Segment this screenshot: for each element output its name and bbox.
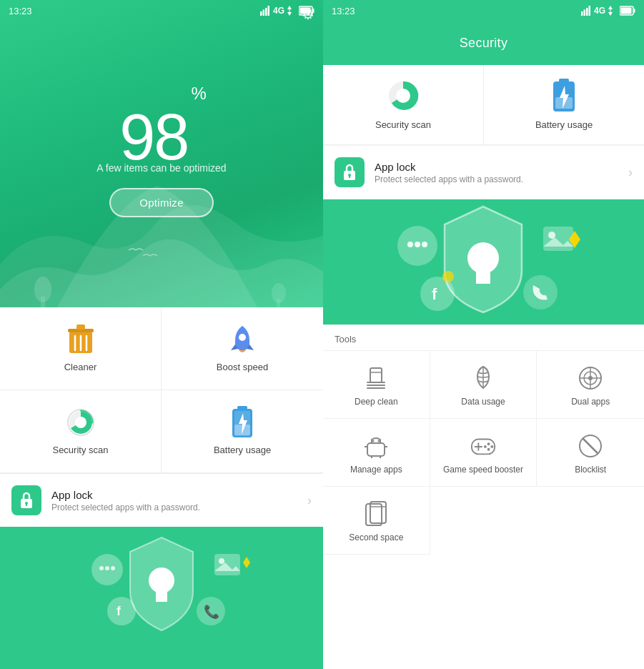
boost-speed-item[interactable]: Boost speed	[162, 307, 323, 390]
left-header: 13:23 4G	[0, 0, 323, 307]
svg-point-87	[378, 440, 380, 442]
time-left: 13:23	[9, 6, 32, 16]
svg-rect-2	[265, 8, 267, 16]
blocklist-svg	[578, 434, 603, 458]
svg-point-55	[396, 89, 410, 103]
app-lock-title-right: App lock	[375, 161, 628, 173]
data-usage-icon	[470, 365, 496, 391]
data-arrows-right	[608, 6, 617, 16]
svg-point-96	[490, 445, 493, 448]
svg-point-72	[523, 275, 558, 309]
app-lock-text-left: App lock Protect selected apps with a pa…	[51, 489, 307, 512]
manage-apps-icon	[363, 433, 389, 459]
dual-apps-label: Dual apps	[571, 397, 610, 407]
app-lock-icon-left	[11, 485, 41, 515]
right-panel: 13:23 4G	[323, 0, 644, 669]
settings-icon[interactable]: ⚙	[302, 6, 314, 23]
svg-point-73	[442, 271, 454, 282]
svg-rect-68	[543, 227, 573, 251]
deep-clean-icon	[363, 365, 389, 391]
status-icons-right: 4G	[581, 6, 635, 16]
svg-rect-13	[277, 299, 280, 307]
security-scan-label: Security scan	[52, 445, 108, 455]
svg-rect-74	[370, 368, 382, 382]
top-icons-row: Security scan Battery usage	[323, 65, 644, 145]
svg-point-67	[422, 242, 427, 247]
cleaner-label: Cleaner	[64, 362, 97, 372]
blocklist-label: Blocklist	[575, 465, 606, 475]
dual-apps-icon	[578, 365, 603, 391]
svg-rect-47	[588, 6, 590, 16]
svg-point-86	[372, 440, 375, 442]
tools-header: Tools	[323, 325, 644, 351]
security-pie-right	[387, 79, 420, 112]
svg-rect-50	[610, 9, 611, 13]
svg-rect-45	[583, 10, 585, 16]
battery-usage-item[interactable]: Battery usage	[162, 390, 323, 473]
manage-apps-label: Manage apps	[350, 465, 402, 475]
dual-apps-item[interactable]: Dual apps	[537, 351, 644, 419]
svg-point-37	[111, 566, 115, 570]
svg-rect-53	[621, 8, 632, 14]
battery-usage-top-label: Battery usage	[535, 119, 593, 130]
app-lock-subtitle-right: Protect selected apps with a password.	[375, 174, 628, 184]
manage-apps-item[interactable]: Manage apps	[323, 419, 430, 487]
deep-clean-label: Deep clean	[355, 397, 398, 407]
second-space-label: Second space	[349, 532, 403, 542]
app-lock-row-left[interactable]: App lock Protect selected apps with a pa…	[0, 473, 323, 527]
battery-usage-top[interactable]: Battery usage	[484, 65, 644, 144]
tools-grid: Deep clean Data usage	[323, 351, 644, 555]
security-scan-icon	[66, 407, 96, 437]
app-lock-icon-right	[335, 157, 365, 187]
cleaner-item[interactable]: Cleaner	[0, 307, 162, 390]
game-speed-icon	[470, 433, 496, 459]
deep-clean-svg	[365, 367, 387, 390]
svg-rect-0	[260, 11, 262, 16]
time-right: 13:23	[332, 6, 355, 16]
data-usage-label: Data usage	[461, 397, 505, 407]
game-speed-item[interactable]: Game speed booster	[430, 419, 538, 487]
status-bar-right: 13:23 4G	[323, 0, 644, 21]
svg-point-95	[487, 442, 490, 445]
data-usage-svg	[473, 365, 493, 391]
battery-status-right	[620, 6, 635, 16]
security-scan-top-label: Security scan	[375, 119, 431, 130]
security-scan-item[interactable]: Security scan	[0, 390, 162, 473]
svg-rect-31	[26, 503, 27, 506]
svg-text:f: f	[432, 285, 437, 303]
data-usage-item[interactable]: Data usage	[430, 351, 538, 419]
deep-clean-item[interactable]: Deep clean	[323, 351, 430, 419]
svg-rect-102	[370, 502, 386, 523]
lock-icon-left	[19, 492, 34, 509]
app-lock-row-right[interactable]: App lock Protect selected apps with a pa…	[323, 146, 644, 199]
svg-point-66	[415, 242, 420, 247]
app-lock-text-right: App lock Protect selected apps with a pa…	[375, 161, 628, 184]
svg-rect-61	[349, 175, 350, 178]
svg-line-100	[583, 438, 598, 454]
main-grid: Cleaner Boost speed	[0, 307, 323, 473]
svg-rect-52	[634, 9, 635, 13]
second-space-item[interactable]: Second space	[323, 487, 430, 555]
dual-apps-svg	[578, 366, 603, 390]
boost-speed-label: Boost speed	[217, 362, 268, 372]
svg-point-97	[487, 448, 490, 451]
svg-point-39	[219, 558, 224, 564]
svg-point-24	[75, 417, 86, 428]
status-bar-left: 13:23 4G	[0, 0, 323, 21]
security-scan-top[interactable]: Security scan	[323, 65, 484, 144]
mountain-bg	[0, 179, 323, 307]
svg-rect-85	[367, 443, 385, 456]
svg-point-40	[107, 597, 136, 625]
right-title-bar: Security	[323, 21, 644, 65]
blocklist-item[interactable]: Blocklist	[537, 419, 644, 487]
chevron-right-right: ›	[628, 165, 633, 180]
battery-right-svg	[553, 79, 575, 113]
data-arrows-icon	[287, 6, 296, 16]
svg-rect-46	[586, 8, 588, 16]
svg-rect-1	[262, 10, 264, 16]
svg-rect-11	[41, 297, 45, 307]
security-pie-svg	[66, 408, 95, 437]
app-lock-subtitle-left: Protect selected apps with a password.	[51, 502, 307, 512]
signal-icon	[260, 6, 270, 16]
banner-left: f 📞	[0, 527, 323, 669]
